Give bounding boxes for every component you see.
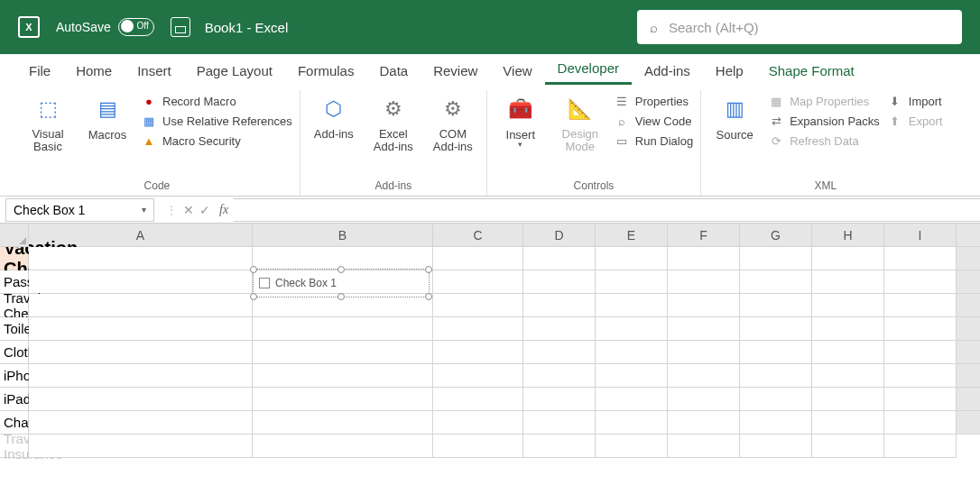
tab-formulas[interactable]: Formulas	[285, 57, 367, 85]
cell[interactable]: Toileteries	[0, 317, 29, 341]
cell[interactable]	[29, 388, 253, 411]
tab-home[interactable]: Home	[63, 57, 125, 85]
toggle-switch[interactable]: Off	[118, 18, 154, 36]
view-code-button[interactable]: ⌕ View Code	[614, 114, 693, 128]
cell[interactable]	[884, 411, 957, 435]
cell[interactable]: iPad	[0, 388, 29, 411]
cell[interactable]	[523, 270, 596, 294]
cell[interactable]	[253, 435, 433, 458]
cell[interactable]	[596, 341, 668, 364]
cancel-button[interactable]: ✕	[183, 203, 194, 217]
cell[interactable]	[668, 364, 740, 388]
cell[interactable]	[812, 435, 884, 458]
column-header-c[interactable]: C	[433, 224, 523, 247]
cell[interactable]	[668, 411, 740, 435]
row-header[interactable]: 2	[957, 247, 980, 270]
cell[interactable]	[740, 388, 812, 411]
import-button[interactable]: ⬇ Import	[887, 94, 943, 108]
cell[interactable]: Traveler's Check	[0, 294, 29, 317]
macros-button[interactable]: ▤ Macros	[81, 90, 134, 142]
cell[interactable]	[433, 270, 523, 294]
row-header[interactable]: 9	[957, 411, 980, 435]
name-box[interactable]: Check Box 1 ▾	[5, 198, 154, 222]
refresh-data-button[interactable]: ⟳ Refresh Data	[768, 133, 880, 148]
cell[interactable]	[596, 317, 668, 341]
tab-view[interactable]: View	[490, 57, 544, 85]
record-macro-button[interactable]: ● Record Macro	[141, 94, 292, 108]
cell[interactable]	[523, 341, 596, 364]
tab-review[interactable]: Review	[421, 57, 490, 85]
cell[interactable]	[29, 364, 253, 388]
cell[interactable]	[523, 294, 596, 317]
cell[interactable]	[596, 247, 668, 270]
com-addins-button[interactable]: ⚙ COM Add-ins	[427, 90, 479, 154]
cell[interactable]	[596, 411, 668, 435]
cell[interactable]	[740, 435, 812, 458]
run-dialog-button[interactable]: ▭ Run Dialog	[614, 133, 693, 148]
cell[interactable]	[253, 411, 433, 435]
cell[interactable]	[668, 341, 740, 364]
map-properties-button[interactable]: ▦ Map Properties	[768, 94, 880, 108]
cell[interactable]	[596, 270, 668, 294]
cell[interactable]	[812, 247, 884, 270]
cell[interactable]	[29, 294, 253, 317]
cell[interactable]	[433, 435, 523, 458]
cell[interactable]: Vacation Checklist	[0, 247, 29, 270]
cell[interactable]	[740, 247, 812, 270]
macro-security-button[interactable]: ▲ Macro Security	[141, 133, 292, 148]
cell[interactable]	[433, 364, 523, 388]
tab-developer[interactable]: Developer	[545, 54, 632, 85]
cell[interactable]	[740, 270, 812, 294]
cell[interactable]	[433, 317, 523, 341]
cell[interactable]	[596, 435, 668, 458]
export-button[interactable]: ⬆ Export	[887, 114, 943, 128]
cell[interactable]	[523, 317, 596, 341]
cell[interactable]	[740, 317, 812, 341]
cell[interactable]	[884, 388, 957, 411]
cell[interactable]	[29, 270, 253, 294]
row-header[interactable]: 4	[957, 294, 980, 317]
cell[interactable]	[596, 388, 668, 411]
cell[interactable]	[812, 270, 884, 294]
cell[interactable]	[523, 247, 596, 270]
tab-shape-format[interactable]: Shape Format	[756, 57, 867, 85]
cell[interactable]	[740, 411, 812, 435]
visual-basic-button[interactable]: ⬚ Visual Basic	[22, 90, 74, 154]
cell[interactable]	[523, 364, 596, 388]
row-header[interactable]: 5	[957, 317, 980, 341]
cell[interactable]: Travel Insurance	[0, 435, 29, 458]
column-header-d[interactable]: D	[523, 224, 596, 247]
cell[interactable]	[812, 294, 884, 317]
tab-help[interactable]: Help	[703, 57, 756, 85]
cell[interactable]	[433, 341, 523, 364]
cell[interactable]	[596, 294, 668, 317]
cell[interactable]	[253, 364, 433, 388]
cell[interactable]	[884, 247, 957, 270]
cell[interactable]	[253, 317, 433, 341]
column-header-b[interactable]: B	[253, 224, 433, 247]
cell[interactable]	[740, 294, 812, 317]
cell[interactable]	[253, 341, 433, 364]
cell[interactable]	[884, 270, 957, 294]
checkbox-shape-selected[interactable]: Check Box 1	[253, 269, 430, 297]
cell[interactable]	[523, 388, 596, 411]
column-header-g[interactable]: G	[740, 224, 812, 247]
cell[interactable]	[433, 247, 523, 270]
cell[interactable]	[29, 247, 253, 270]
select-all-button[interactable]	[0, 224, 29, 247]
cell[interactable]	[812, 341, 884, 364]
cell[interactable]	[523, 411, 596, 435]
cell[interactable]	[668, 247, 740, 270]
cell[interactable]	[668, 270, 740, 294]
cell[interactable]	[884, 364, 957, 388]
tab-addins[interactable]: Add-ins	[632, 57, 703, 85]
row-header[interactable]: 1	[957, 224, 980, 247]
save-icon[interactable]	[171, 17, 190, 37]
cell[interactable]	[433, 411, 523, 435]
spreadsheet-grid[interactable]: A B C D E F G H I 1Vacation Checklist2Pa…	[0, 224, 980, 458]
autosave-toggle[interactable]: AutoSave Off	[56, 18, 154, 36]
source-button[interactable]: ▥ Source	[708, 90, 761, 142]
cell[interactable]	[668, 294, 740, 317]
cell[interactable]: iPhone	[0, 364, 29, 388]
column-header-e[interactable]: E	[596, 224, 668, 247]
